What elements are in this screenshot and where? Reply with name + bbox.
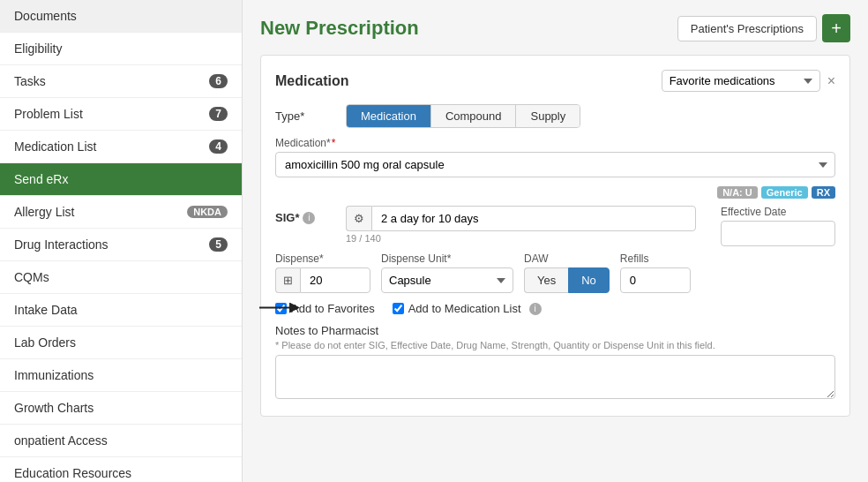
card-header: Medication Favorite medications × xyxy=(275,70,835,92)
medication-list-info-icon[interactable]: i xyxy=(529,303,542,315)
sidebar-badge: 5 xyxy=(209,237,228,252)
header-actions: Patient's Prescriptions + xyxy=(677,14,850,42)
add-prescription-button[interactable]: + xyxy=(822,14,850,42)
tab-supply[interactable]: Supply xyxy=(516,105,580,127)
sig-input-group: ⚙ xyxy=(346,206,696,231)
sidebar-item-label: Education Resources xyxy=(14,466,131,480)
page-header: New Prescription Patient's Prescriptions… xyxy=(260,14,850,42)
notes-title: Notes to Pharmacist xyxy=(275,324,835,337)
sidebar-item-tasks[interactable]: Tasks6 xyxy=(0,65,242,98)
close-button[interactable]: × xyxy=(827,73,835,89)
daw-no-button[interactable]: No xyxy=(568,267,610,293)
favorite-medications-select[interactable]: Favorite medications xyxy=(662,70,820,92)
sidebar-item-label: Lab Orders xyxy=(14,335,76,350)
add-medication-list-label: Add to Medication List xyxy=(408,302,521,315)
sidebar-badge: 4 xyxy=(209,139,228,154)
sig-label-area: SIG* i xyxy=(275,206,346,224)
sidebar-item-label: Allergy List xyxy=(14,205,74,219)
add-favorites-label: Add to Favorites xyxy=(291,302,375,315)
daw-yes-button[interactable]: Yes xyxy=(524,267,568,293)
sidebar-item-label: Documents xyxy=(14,9,77,23)
sidebar-item-cqms[interactable]: CQMs xyxy=(0,261,242,294)
medication-input-row: amoxicillin 500 mg oral capsule xyxy=(275,152,835,177)
dispense-input[interactable] xyxy=(300,267,370,293)
dispense-unit-label: Dispense Unit* xyxy=(381,252,513,265)
sidebar-item-problem-list[interactable]: Problem List7 xyxy=(0,98,242,131)
tab-medication[interactable]: Medication xyxy=(347,105,431,127)
refills-input[interactable] xyxy=(620,267,691,293)
sig-gear-button[interactable]: ⚙ xyxy=(346,206,371,231)
sidebar-item-immunizations[interactable]: Immunizations xyxy=(0,359,242,392)
badge-generic: Generic xyxy=(761,186,808,199)
sidebar-item-label: Immunizations xyxy=(14,368,94,382)
page-title: New Prescription xyxy=(260,17,419,40)
sidebar-item-label: Eligibility xyxy=(14,41,62,56)
sidebar-item-lab-orders[interactable]: Lab Orders xyxy=(0,327,242,359)
daw-group: DAW Yes No xyxy=(524,252,610,293)
sig-info-icon[interactable]: i xyxy=(303,212,315,224)
notes-section: Notes to Pharmacist * Please do not ente… xyxy=(275,324,835,402)
dispense-unit-group: Dispense Unit* CapsuleTabletmL xyxy=(381,252,513,293)
type-label: Type* xyxy=(275,109,346,123)
sig-row: SIG* i ⚙ xyxy=(275,206,696,231)
medication-field-row: Medication* amoxicillin 500 mg oral caps… xyxy=(275,137,835,177)
sidebar-item-send-erx[interactable]: Send eRx xyxy=(0,163,242,196)
card-title: Medication xyxy=(275,73,349,89)
dispense-row: Dispense* ⊞ Dispense Unit* CapsuleTablet… xyxy=(275,252,835,293)
main-content: New Prescription Patient's Prescriptions… xyxy=(243,0,868,482)
sidebar-item-education-resources[interactable]: Education Resources xyxy=(0,457,242,482)
medication-card: Medication Favorite medications × Type* … xyxy=(260,55,850,417)
sidebar-item-label: Drug Interactions xyxy=(14,237,108,252)
sidebar-item-label: CQMs xyxy=(14,270,49,284)
sidebar-badge: 6 xyxy=(209,74,228,88)
arrow-indicator xyxy=(259,298,303,316)
medication-select[interactable]: amoxicillin 500 mg oral capsule xyxy=(275,152,835,177)
notes-hint: * Please do not enter SIG, Effective Dat… xyxy=(275,340,835,350)
sidebar-item-allergy-list[interactable]: Allergy ListNKDA xyxy=(0,196,242,229)
sidebar-item-growth-charts[interactable]: Growth Charts xyxy=(0,392,242,425)
refills-group: Refills xyxy=(620,252,691,293)
effective-date-group: Effective Date xyxy=(721,206,835,246)
type-tabs: Medication Compound Supply xyxy=(346,104,580,128)
sidebar-item-eligibility[interactable]: Eligibility xyxy=(0,33,242,65)
card-header-right: Favorite medications × xyxy=(662,70,835,92)
tab-compound[interactable]: Compound xyxy=(431,105,517,127)
patient-prescriptions-button[interactable]: Patient's Prescriptions xyxy=(677,16,817,41)
dispense-input-group: ⊞ xyxy=(275,267,370,293)
dispense-group: Dispense* ⊞ xyxy=(275,252,370,293)
badges-row: N/A: U Generic RX xyxy=(275,186,835,199)
add-medication-list-checkbox-label[interactable]: Add to Medication List i xyxy=(393,302,542,315)
type-row: Type* Medication Compound Supply xyxy=(275,104,835,128)
sidebar-badge: 7 xyxy=(209,107,228,121)
badge-na: N/A: U xyxy=(717,186,758,199)
sidebar-item-label: Problem List xyxy=(14,107,83,121)
calc-button[interactable]: ⊞ xyxy=(275,267,300,293)
sidebar-item-label: Send eRx xyxy=(14,172,68,186)
sidebar-item-label: Intake Data xyxy=(14,303,78,317)
sidebar-item-onpatient-access[interactable]: onpatient Access xyxy=(0,425,242,457)
dispense-label: Dispense* xyxy=(275,252,370,265)
refills-label: Refills xyxy=(620,252,691,265)
checkbox-row: Add to Favorites Add to Medication List … xyxy=(275,302,835,315)
sidebar-item-documents[interactable]: Documents xyxy=(0,0,242,33)
notes-textarea[interactable] xyxy=(275,355,835,399)
sig-input[interactable] xyxy=(371,206,696,231)
effective-date-label: Effective Date xyxy=(721,206,835,218)
sidebar-item-drug-interactions[interactable]: Drug Interactions5 xyxy=(0,229,242,261)
sidebar-item-medication-list[interactable]: Medication List4 xyxy=(0,131,242,163)
badge-rx: RX xyxy=(812,186,835,199)
daw-buttons: Yes No xyxy=(524,267,610,293)
dispense-unit-select[interactable]: CapsuleTabletmL xyxy=(381,267,513,293)
add-medication-list-checkbox[interactable] xyxy=(393,303,404,314)
sidebar-item-label: onpatient Access xyxy=(14,433,108,448)
sidebar-item-label: Growth Charts xyxy=(14,401,94,415)
sig-label: SIG* xyxy=(275,211,299,224)
sidebar-item-label: Tasks xyxy=(14,74,46,88)
daw-label: DAW xyxy=(524,252,610,265)
effective-date-input[interactable] xyxy=(721,221,835,246)
sidebar-item-label: Medication List xyxy=(14,139,96,154)
sidebar-badge: NKDA xyxy=(187,206,228,218)
sidebar-item-intake-data[interactable]: Intake Data xyxy=(0,294,242,327)
sig-count: 19 / 140 xyxy=(346,233,696,244)
sidebar: DocumentsEligibilityTasks6Problem List7M… xyxy=(0,0,243,482)
